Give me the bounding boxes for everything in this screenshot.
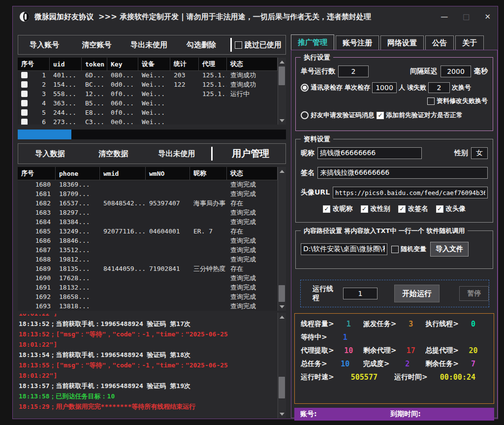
scrollbar-thumb[interactable] bbox=[279, 285, 285, 302]
user-table-scrollbar[interactable] bbox=[278, 167, 286, 311]
user-row[interactable]: 168819812...查询完成 bbox=[18, 255, 278, 264]
profile-fail-checkbox[interactable] bbox=[427, 98, 435, 105]
row-checkbox[interactable] bbox=[21, 91, 28, 97]
user-row[interactable]: 169118132...查询完成 bbox=[18, 283, 278, 292]
cell-nick: 三分钟热度 bbox=[190, 264, 227, 273]
cell-token: E8... bbox=[82, 109, 107, 116]
stats-row: 总任务>10完成度>2剩余任务>7 bbox=[301, 360, 488, 368]
scroll-up-icon[interactable] bbox=[278, 58, 286, 65]
signature-input[interactable] bbox=[317, 167, 488, 179]
account-row[interactable]: 6273...C3...0e0...Wei... bbox=[18, 117, 278, 125]
log-scrollbar[interactable] bbox=[278, 313, 286, 418]
clear-accounts-button[interactable]: 清空账号 bbox=[70, 40, 123, 50]
account-table-scrollbar[interactable] bbox=[278, 58, 286, 125]
account-row[interactable]: 3558...12...0f0...Wei...125.1...运行中 bbox=[18, 89, 278, 98]
random-var-checkbox[interactable]: 随机变量 bbox=[391, 245, 426, 254]
close-icon[interactable]: ✕ bbox=[484, 13, 491, 21]
tab-promotion[interactable]: 推广管理 bbox=[291, 34, 334, 50]
read-fail-label: 读失败 bbox=[407, 83, 426, 92]
user-row[interactable]: 168513249...92077116...04604001ER. 7存在 bbox=[18, 227, 278, 236]
user-row[interactable]: 168418384...查询完成 bbox=[18, 217, 278, 227]
gender-input[interactable] bbox=[471, 147, 488, 159]
profile-check[interactable]: 改签名 bbox=[398, 204, 428, 213]
user-row[interactable]: 169313818...查询完成 bbox=[18, 301, 278, 311]
cell-phone: 13512... bbox=[56, 246, 100, 254]
user-row[interactable]: 168618846...查询完成 bbox=[18, 236, 278, 245]
batch-input[interactable] bbox=[372, 82, 397, 93]
user-row[interactable]: 168216537...50848542...95397407海事局办事存在 bbox=[18, 198, 278, 208]
user-row[interactable]: 168918135...84144059...71902841三分钟热度存在 bbox=[18, 264, 278, 273]
checkbox[interactable] bbox=[323, 205, 330, 213]
checkbox[interactable] bbox=[361, 205, 368, 213]
user-row[interactable]: 168318297...查询完成 bbox=[18, 208, 278, 217]
row-checkbox[interactable] bbox=[21, 81, 28, 88]
row-checkbox[interactable] bbox=[21, 72, 28, 78]
log-line: 18:13:57；当前获取手机：19965488924 验证码 第19次 bbox=[19, 381, 276, 391]
avatar-url-input[interactable] bbox=[333, 187, 488, 198]
row-checkbox[interactable] bbox=[21, 119, 28, 125]
friend-request-radio[interactable] bbox=[301, 111, 309, 119]
single-run-input[interactable] bbox=[338, 65, 369, 77]
export-unused-accounts-button[interactable]: 导出未使用 bbox=[123, 40, 175, 50]
profile-check[interactable]: 改昵称 bbox=[323, 204, 353, 213]
import-accounts-button[interactable]: 导入账号 bbox=[18, 40, 70, 50]
user-manage-button[interactable]: 用户管理 bbox=[216, 147, 285, 160]
scroll-down-icon[interactable] bbox=[278, 303, 286, 310]
stat-label: 总任务> bbox=[301, 360, 327, 368]
scroll-down-icon[interactable] bbox=[278, 117, 286, 124]
scrollbar-thumb[interactable] bbox=[279, 377, 285, 398]
stats-row: 等待中>1 bbox=[301, 333, 488, 342]
group-title: 内容路径设置 将内容放入TXT中 一行一个 软件随机调用 bbox=[301, 227, 468, 235]
user-row[interactable]: 169218658...查询完成 bbox=[18, 292, 278, 301]
scroll-down-icon[interactable] bbox=[278, 410, 286, 418]
tab-notice[interactable]: 公告 bbox=[425, 35, 454, 50]
scroll-up-icon[interactable] bbox=[278, 313, 286, 321]
import-data-button[interactable]: 导入数据 bbox=[18, 149, 82, 159]
minimize-icon[interactable]: — bbox=[441, 13, 448, 21]
cell-key: 0f0... bbox=[107, 109, 138, 116]
checkbox[interactable] bbox=[235, 41, 242, 49]
content-path-input[interactable] bbox=[301, 243, 387, 255]
user-row[interactable]: 169017628...查询完成 bbox=[18, 273, 278, 283]
pause-button[interactable]: 暂停 bbox=[459, 286, 489, 301]
tab-about[interactable]: 关于 bbox=[455, 35, 484, 50]
skip-used-checkbox[interactable]: 跳过已使用 bbox=[235, 40, 285, 50]
profile-check[interactable]: 改头像 bbox=[436, 204, 466, 213]
account-row[interactable]: 4363...B5...060...Wei... bbox=[18, 98, 278, 108]
delete-checked-button[interactable]: 勾选删除 bbox=[175, 40, 227, 50]
verify-first-checkbox[interactable] bbox=[377, 112, 384, 119]
contacts-check-radio[interactable] bbox=[301, 84, 309, 92]
maximize-icon[interactable]: □ bbox=[463, 13, 470, 21]
account-row[interactable]: 2154...BC...0d0...Wei...122125.1...查询成功 bbox=[18, 80, 278, 89]
user-row[interactable]: 168118709...查询完成 bbox=[18, 189, 278, 198]
import-file-button[interactable]: 导入文件 bbox=[430, 242, 469, 257]
tab-register[interactable]: 账号注册 bbox=[336, 35, 379, 50]
clear-data-button[interactable]: 清空数据 bbox=[82, 149, 145, 159]
scrollbar-thumb[interactable] bbox=[279, 66, 285, 85]
log-line: 18:13:54；当前获取手机：19965488924 验证码 第18次 bbox=[19, 350, 276, 360]
threads-input[interactable] bbox=[343, 288, 378, 299]
start-run-button[interactable]: 开始运行 bbox=[394, 285, 440, 302]
user-row[interactable]: 168018369...查询完成 bbox=[18, 180, 278, 189]
cell-phone: 18297... bbox=[56, 209, 100, 216]
read-fail-input[interactable] bbox=[428, 82, 450, 93]
account-row[interactable]: 5244...E8...0f0...Wei... bbox=[18, 108, 278, 117]
cell-wmid: 84144059... bbox=[100, 265, 146, 272]
tab-network[interactable]: 网络设置 bbox=[380, 35, 424, 50]
profile-check[interactable]: 改性别 bbox=[361, 204, 391, 213]
account-row[interactable]: 1401...6D...080...Wei...203125.1...查询成功 bbox=[18, 70, 278, 80]
interval-input[interactable] bbox=[441, 65, 471, 77]
cell-status: 查询完成 bbox=[227, 190, 278, 198]
user-row[interactable]: 168713512...查询完成 bbox=[18, 245, 278, 255]
cell-device: Wei... bbox=[138, 118, 170, 125]
nickname-input[interactable] bbox=[317, 147, 422, 159]
row-checkbox[interactable] bbox=[21, 109, 28, 116]
checkbox[interactable] bbox=[436, 205, 443, 213]
cell-uid: 244... bbox=[50, 109, 82, 116]
row-checkbox[interactable] bbox=[21, 100, 28, 106]
scroll-up-icon[interactable] bbox=[278, 167, 286, 175]
stat-label: 代理提取> bbox=[301, 346, 334, 355]
checkbox[interactable] bbox=[398, 205, 406, 213]
export-unused-data-button[interactable]: 导出未使用 bbox=[145, 149, 209, 159]
stat-label: 执行线程> bbox=[425, 320, 459, 328]
